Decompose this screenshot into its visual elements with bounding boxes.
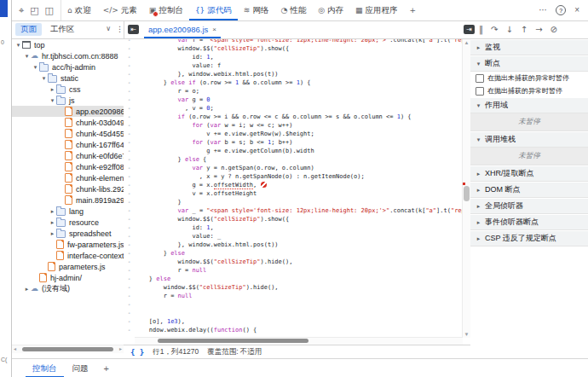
editor-horizontal-scrollbar[interactable] (135, 337, 463, 345)
line-gutter[interactable]: - (124, 181, 135, 189)
tree-item[interactable]: ▾js (12, 95, 124, 106)
tree-open-arrow-icon[interactable]: ▾ (14, 42, 22, 49)
tree-open-arrow-icon[interactable]: ▾ (32, 64, 39, 71)
line-gutter[interactable]: - (124, 292, 135, 300)
section-global-listeners[interactable]: ▸全局侦听器 (470, 198, 588, 214)
tree-closed-arrow-icon[interactable]: ▸ (49, 219, 56, 226)
pretty-print-icon[interactable]: { } (130, 348, 144, 357)
line-gutter[interactable]: - (124, 232, 135, 241)
tree-item[interactable]: app.ee200986.js (12, 106, 124, 117)
line-gutter[interactable]: - (124, 223, 135, 232)
tree-item[interactable]: interface-context.js (12, 250, 124, 261)
code-editor[interactable]: - var f = "<span style='font-size: 12px;… (124, 39, 471, 345)
tab-workspace[interactable]: 工作区 (45, 23, 80, 36)
panel-tab-network[interactable]: ≋网络 (238, 0, 275, 20)
line-gutter[interactable]: - (124, 155, 135, 164)
line-gutter[interactable]: - (124, 78, 135, 87)
panel-tab-sources[interactable]: {}源代码 (189, 0, 238, 20)
scroll-down-icon[interactable]: ▼ (463, 332, 470, 337)
line-gutter[interactable]: - (124, 87, 135, 96)
deactivate-breakpoints-icon[interactable]: ⊘ (551, 26, 557, 34)
tree-item[interactable]: ▸spreadsheet (12, 228, 124, 239)
line-gutter[interactable]: - (124, 317, 135, 326)
section-scope[interactable]: ▾作用域 (470, 97, 588, 113)
line-gutter[interactable]: - (124, 113, 135, 121)
section-xhr-breakpoints[interactable]: ▸XHR/提取断点 (470, 165, 588, 182)
line-gutter[interactable]: - (124, 206, 135, 215)
line-gutter[interactable]: - (124, 164, 135, 172)
step-into-icon[interactable]: ↓ (505, 26, 512, 34)
navigator-horizontal-scrollbar[interactable]: ◂ ▸ (12, 345, 124, 353)
breakpoint-option[interactable]: 在抛出捕获的异常时暂停 (470, 84, 588, 97)
tree-item[interactable]: chunk-45d45514.e7f4a (12, 128, 124, 139)
section-event-listener-breakpoints[interactable]: ▸事件侦听器断点 (470, 214, 588, 230)
tree-item[interactable]: chunk-e0fd6e74.59d5f (12, 150, 124, 161)
panel-layout-icon[interactable]: ◫ (45, 6, 54, 15)
tree-item[interactable]: ▸lang (12, 206, 124, 217)
section-breakpoints[interactable]: ▾断点 (470, 55, 588, 72)
line-gutter[interactable]: - (124, 130, 135, 138)
tree-item[interactable]: ▸resource (12, 217, 124, 228)
tree-open-arrow-icon[interactable]: ▾ (40, 75, 48, 82)
line-gutter[interactable]: - (124, 61, 135, 70)
tree-item[interactable]: ▾static (12, 72, 124, 84)
section-csp-violation-breakpoints[interactable]: ▸CSP 违反了规定断点 (470, 230, 588, 246)
panel-tab-performance[interactable]: ◔性能 (274, 0, 312, 20)
tree-item[interactable]: fw-parameters.js (12, 239, 124, 250)
scrollbar-thumb[interactable] (158, 339, 308, 343)
line-gutter[interactable]: - (124, 258, 135, 266)
editor-tab-app-js[interactable]: app.ee200986.js × (144, 20, 221, 38)
line-gutter[interactable]: - (124, 96, 135, 104)
line-gutter[interactable]: - (124, 198, 135, 206)
toggle-navigator-icon[interactable]: ⇤ (128, 25, 139, 34)
tab-page[interactable]: 页面 (15, 23, 42, 36)
step-out-icon[interactable]: ↑ (521, 26, 527, 34)
line-gutter[interactable]: - (124, 309, 135, 317)
more-options-icon[interactable]: ⋯ (539, 6, 547, 14)
tree-closed-arrow-icon[interactable]: ▸ (23, 286, 31, 293)
line-gutter[interactable]: - (124, 138, 135, 147)
line-gutter[interactable]: - (124, 215, 135, 223)
checkbox-icon[interactable] (476, 87, 484, 96)
tree-item[interactable]: ▾☁hr.tjbhsci.com.cn:8888 (12, 50, 124, 61)
scrollbar-thumb[interactable] (464, 186, 470, 201)
tree-item[interactable]: parameters.js (12, 261, 124, 272)
tree-closed-arrow-icon[interactable]: ▸ (49, 208, 56, 215)
line-gutter[interactable]: - (124, 104, 135, 113)
add-drawer-tab-button[interactable]: + (97, 359, 116, 377)
tree-item[interactable]: chunk-libs.292bef1f.js (12, 183, 124, 194)
tree-open-arrow-icon[interactable]: ▾ (49, 97, 56, 104)
line-gutter[interactable]: - (124, 275, 135, 283)
line-gutter[interactable]: - (124, 326, 135, 334)
line-gutter[interactable]: - (124, 147, 135, 155)
device-emulation-icon[interactable]: ◰ (30, 6, 38, 15)
scroll-up-icon[interactable]: ▲ (463, 40, 470, 45)
drawer-tab-issues[interactable]: 问题 (66, 359, 95, 377)
section-watch[interactable]: ▸监视 (470, 39, 588, 55)
tree-item[interactable]: chunk-e92ff088.1e5a0 (12, 161, 124, 172)
line-gutter[interactable]: - (124, 300, 135, 309)
panel-tab-application[interactable]: ▦应用程序 (349, 0, 404, 20)
tree-closed-arrow-icon[interactable]: ▸ (49, 86, 56, 93)
panel-tab-more-panels[interactable]: + (404, 0, 423, 20)
line-gutter[interactable]: - (124, 172, 135, 181)
line-gutter[interactable]: - (124, 189, 135, 198)
pause-icon[interactable]: ‖ (479, 26, 483, 34)
drawer-tab-console[interactable]: 控制台 (26, 359, 64, 377)
tree-item[interactable]: ▸☁(没有域) (12, 283, 124, 294)
tree-item[interactable]: chunk-167ff640.9b0b9 (12, 139, 124, 150)
line-gutter[interactable]: - (124, 70, 135, 78)
tree-item[interactable]: ▾top (12, 39, 124, 50)
tree-item[interactable]: ▸css (12, 84, 124, 95)
tree-item[interactable]: main.8919a298.js (12, 194, 124, 206)
checkbox-icon[interactable] (476, 74, 484, 83)
tree-item[interactable]: ▾acc/hj-admin (12, 61, 124, 72)
tree-item[interactable]: hj-admin/ (12, 272, 124, 283)
inspect-icon[interactable]: ⌖ (19, 6, 24, 15)
line-gutter[interactable]: - (124, 53, 135, 61)
step-icon[interactable]: → (535, 26, 542, 34)
close-icon[interactable]: × (574, 6, 579, 14)
step-over-icon[interactable]: ↷ (491, 26, 498, 34)
line-gutter[interactable]: - (124, 121, 135, 130)
panel-tab-elements[interactable]: </>元素 (97, 0, 143, 20)
